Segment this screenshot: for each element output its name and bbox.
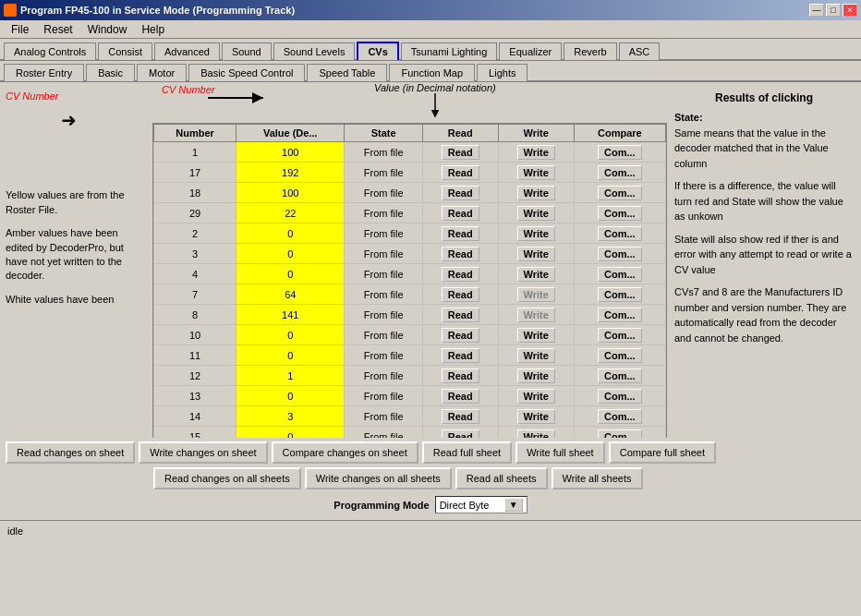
read-button[interactable]: Read bbox=[442, 389, 479, 404]
write-button[interactable]: Write bbox=[517, 429, 555, 439]
table-row-value[interactable]: 100 bbox=[236, 142, 345, 163]
read-button[interactable]: Read bbox=[442, 267, 479, 282]
compare-button[interactable]: Com... bbox=[598, 308, 642, 322]
write-button[interactable]: Write bbox=[517, 267, 555, 282]
table-row-value[interactable]: 1 bbox=[236, 366, 345, 386]
menu-reset[interactable]: Reset bbox=[36, 21, 79, 38]
bottom-btn-row1-5[interactable]: Compare full sheet bbox=[609, 441, 716, 464]
table-row-number: 18 bbox=[154, 183, 236, 203]
bottom-btn-row1-2[interactable]: Compare changes on sheet bbox=[272, 441, 418, 464]
read-button[interactable]: Read bbox=[442, 368, 479, 383]
table-row-value[interactable]: 0 bbox=[236, 386, 345, 406]
bottom-btn-row1-4[interactable]: Write full sheet bbox=[515, 441, 605, 464]
write-button[interactable]: Write bbox=[517, 145, 555, 160]
compare-button[interactable]: Com... bbox=[598, 328, 642, 343]
tab-reverb[interactable]: Reverb bbox=[564, 42, 616, 60]
bottom-btn-row2-0[interactable]: Read changes on all sheets bbox=[153, 467, 301, 489]
table-row-number: 15 bbox=[154, 427, 236, 439]
bottom-btn-row2-3[interactable]: Write all sheets bbox=[552, 467, 643, 489]
write-button[interactable]: Write bbox=[517, 186, 555, 200]
compare-button[interactable]: Com... bbox=[598, 429, 642, 439]
tab-advanced[interactable]: Advanced bbox=[154, 42, 220, 60]
minimize-button[interactable]: — bbox=[809, 4, 824, 17]
read-button[interactable]: Read bbox=[442, 348, 479, 363]
read-button[interactable]: Read bbox=[442, 287, 479, 302]
write-button[interactable]: Write bbox=[517, 206, 555, 221]
read-button[interactable]: Read bbox=[442, 226, 479, 241]
compare-button[interactable]: Com... bbox=[598, 165, 642, 180]
bottom-btn-row1-3[interactable]: Read full sheet bbox=[422, 441, 512, 464]
compare-button[interactable]: Com... bbox=[598, 247, 642, 261]
compare-button[interactable]: Com... bbox=[598, 186, 642, 200]
compare-button[interactable]: Com... bbox=[598, 145, 642, 160]
table-row-state: From file bbox=[345, 325, 423, 345]
write-button[interactable]: Write bbox=[517, 409, 555, 424]
close-button[interactable]: ✕ bbox=[843, 4, 857, 17]
tab-basic[interactable]: Basic bbox=[86, 64, 135, 81]
tab-speed-table[interactable]: Speed Table bbox=[307, 64, 387, 81]
read-button[interactable]: Read bbox=[442, 247, 479, 261]
read-button[interactable]: Read bbox=[442, 409, 479, 424]
tab-roster-entry[interactable]: Roster Entry bbox=[4, 64, 84, 81]
write-button[interactable]: Write bbox=[517, 226, 555, 241]
read-button[interactable]: Read bbox=[442, 206, 479, 221]
bottom-btn-row2-2[interactable]: Read all sheets bbox=[455, 467, 548, 489]
table-row-value[interactable]: 0 bbox=[236, 264, 345, 284]
bottom-btn-row1-0[interactable]: Read changes on sheet bbox=[6, 441, 135, 464]
tab-sound-levels[interactable]: Sound Levels bbox=[273, 42, 356, 60]
table-row-value[interactable]: 22 bbox=[236, 203, 345, 223]
write-button[interactable]: Write bbox=[517, 368, 555, 383]
table-row-value[interactable]: 0 bbox=[236, 244, 345, 264]
tab-lights[interactable]: Lights bbox=[477, 64, 528, 81]
table-row-value[interactable]: 0 bbox=[236, 325, 345, 345]
write-button[interactable]: Write bbox=[517, 165, 555, 180]
write-button[interactable]: Write bbox=[517, 348, 555, 363]
compare-button[interactable]: Com... bbox=[598, 409, 642, 424]
table-row-value[interactable]: 3 bbox=[236, 406, 345, 427]
tab-equalizer[interactable]: Equalizer bbox=[499, 42, 562, 60]
bottom-btn-row2-1[interactable]: Write changes on all sheets bbox=[305, 467, 452, 489]
tab-basic-speed-control[interactable]: Basic Speed Control bbox=[188, 64, 305, 81]
compare-button[interactable]: Com... bbox=[598, 267, 642, 282]
table-row-value[interactable]: 64 bbox=[236, 284, 345, 305]
menu-help[interactable]: Help bbox=[134, 21, 172, 38]
table-row-value[interactable]: 0 bbox=[236, 427, 345, 439]
table-row-value[interactable]: 0 bbox=[236, 345, 345, 366]
tab-cvs[interactable]: CVs bbox=[357, 42, 398, 60]
cv-table-container[interactable]: Number Value (De... State Read Write Com… bbox=[152, 123, 667, 438]
table-row-value[interactable]: 141 bbox=[236, 305, 345, 325]
tab-asc[interactable]: ASC bbox=[619, 42, 661, 60]
menu-file[interactable]: File bbox=[4, 21, 36, 38]
tab-tsunami-lighting[interactable]: Tsunami Lighting bbox=[401, 42, 498, 60]
compare-button[interactable]: Com... bbox=[598, 287, 642, 302]
read-button[interactable]: Read bbox=[442, 165, 479, 180]
prog-mode-dropdown[interactable]: ▼ bbox=[504, 498, 523, 512]
compare-button[interactable]: Com... bbox=[598, 389, 642, 404]
prog-mode-select[interactable]: Direct Byte ▼ bbox=[435, 496, 528, 513]
maximize-button[interactable]: □ bbox=[826, 4, 841, 17]
menu-window[interactable]: Window bbox=[80, 21, 135, 38]
window-title: Program FP45-100 in Service Mode (Progra… bbox=[20, 5, 295, 16]
compare-button[interactable]: Com... bbox=[598, 206, 642, 221]
tab-analog-controls[interactable]: Analog Controls bbox=[4, 42, 96, 60]
read-button[interactable]: Read bbox=[442, 186, 479, 200]
write-button[interactable]: Write bbox=[517, 247, 555, 261]
write-button[interactable]: Write bbox=[517, 328, 555, 343]
read-button[interactable]: Read bbox=[442, 308, 479, 322]
read-button[interactable]: Read bbox=[442, 145, 479, 160]
table-row: 2922From fileReadWriteCom... bbox=[154, 203, 666, 223]
read-button[interactable]: Read bbox=[442, 429, 479, 439]
read-button[interactable]: Read bbox=[442, 328, 479, 343]
table-row-value[interactable]: 192 bbox=[236, 163, 345, 183]
tab-motor[interactable]: Motor bbox=[137, 64, 187, 81]
tab-sound[interactable]: Sound bbox=[222, 42, 272, 60]
table-row-value[interactable]: 100 bbox=[236, 183, 345, 203]
compare-button[interactable]: Com... bbox=[598, 348, 642, 363]
bottom-btn-row1-1[interactable]: Write changes on sheet bbox=[139, 441, 267, 464]
table-row-value[interactable]: 0 bbox=[236, 223, 345, 244]
tab-consist[interactable]: Consist bbox=[98, 42, 152, 60]
write-button[interactable]: Write bbox=[517, 389, 555, 404]
compare-button[interactable]: Com... bbox=[598, 368, 642, 383]
tab-function-map[interactable]: Function Map bbox=[389, 64, 475, 81]
compare-button[interactable]: Com... bbox=[598, 226, 642, 241]
